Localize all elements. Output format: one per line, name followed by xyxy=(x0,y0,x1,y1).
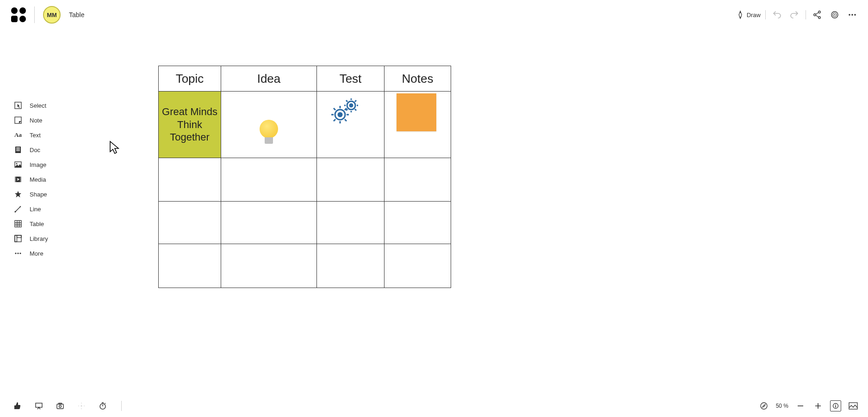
minimap-icon xyxy=(849,402,858,410)
sticky-note[interactable] xyxy=(397,93,436,131)
share-icon xyxy=(812,10,822,19)
svg-point-7 xyxy=(851,14,853,16)
undo-button[interactable] xyxy=(770,8,783,21)
zoom-out-button[interactable] xyxy=(795,400,806,411)
user-avatar[interactable]: MM xyxy=(43,6,61,24)
table-cell-test[interactable] xyxy=(317,92,384,158)
table-cell-notes[interactable] xyxy=(384,92,451,158)
svg-point-39 xyxy=(81,403,82,404)
divider xyxy=(806,10,806,19)
topic-text[interactable]: Great Minds Think Together xyxy=(159,105,221,144)
table-cell[interactable] xyxy=(317,244,384,288)
topbar: MM Table Draw xyxy=(0,0,868,30)
table-cell[interactable] xyxy=(159,158,221,202)
bottombar-right: 50 % xyxy=(758,400,859,411)
table-cell[interactable] xyxy=(159,244,221,288)
focus-mode-button[interactable] xyxy=(76,400,87,411)
canvas[interactable]: Topic Idea Test Notes Great Minds Think … xyxy=(0,30,868,399)
history-button[interactable] xyxy=(828,8,841,21)
table-row[interactable] xyxy=(159,244,451,288)
timer-button[interactable] xyxy=(97,400,108,411)
table-cell-idea[interactable] xyxy=(221,92,317,158)
bottombar-left xyxy=(12,400,122,411)
navigator-button[interactable] xyxy=(758,400,769,411)
table-header-cell[interactable]: Test xyxy=(317,66,384,92)
divider xyxy=(34,6,35,23)
present-button[interactable] xyxy=(33,400,44,411)
svg-point-42 xyxy=(761,403,767,409)
table-header-row[interactable]: Topic Idea Test Notes xyxy=(159,66,451,92)
table-cell[interactable] xyxy=(221,244,317,288)
topbar-left: MM Table xyxy=(0,6,84,24)
table-cell[interactable] xyxy=(317,158,384,202)
table-header-cell[interactable]: Idea xyxy=(221,66,317,92)
svg-point-31 xyxy=(350,104,353,107)
svg-point-2 xyxy=(818,17,820,18)
table-row[interactable] xyxy=(159,158,451,202)
minimap-button[interactable] xyxy=(848,400,859,411)
topbar-right: Draw xyxy=(737,0,859,30)
history-clock-icon xyxy=(830,10,839,19)
share-button[interactable] xyxy=(811,8,824,21)
table-cell[interactable] xyxy=(317,202,384,244)
minus-icon xyxy=(797,402,804,410)
draw-toggle[interactable]: Draw xyxy=(737,10,761,19)
canvas-table[interactable]: Topic Idea Test Notes Great Minds Think … xyxy=(158,66,451,288)
divider xyxy=(121,401,122,411)
cursor-icon xyxy=(109,141,120,154)
screenshot-button[interactable] xyxy=(55,400,66,411)
redo-icon xyxy=(790,10,799,19)
draw-label: Draw xyxy=(747,12,761,18)
doc-title[interactable]: Table xyxy=(69,11,84,18)
svg-point-1 xyxy=(818,11,820,13)
svg-point-34 xyxy=(59,405,62,408)
svg-rect-32 xyxy=(36,403,42,407)
thumbs-up-icon xyxy=(13,402,22,410)
svg-rect-33 xyxy=(57,404,63,409)
table-cell[interactable] xyxy=(384,158,451,202)
svg-point-0 xyxy=(814,14,816,16)
table-cell-topic[interactable]: Great Minds Think Together xyxy=(159,92,221,158)
compass-icon xyxy=(760,402,768,410)
divider xyxy=(765,10,766,19)
gears-icon[interactable] xyxy=(330,98,360,125)
svg-point-40 xyxy=(81,408,82,409)
present-icon xyxy=(35,402,43,410)
table-header-cell[interactable]: Notes xyxy=(384,66,451,92)
svg-point-37 xyxy=(78,405,79,406)
svg-point-36 xyxy=(81,405,82,407)
zoom-in-button[interactable] xyxy=(812,400,824,411)
redo-button[interactable] xyxy=(788,8,801,21)
svg-rect-35 xyxy=(59,403,62,405)
info-icon xyxy=(832,403,839,409)
more-dots-icon xyxy=(848,10,857,19)
svg-point-5 xyxy=(834,14,835,15)
table-row[interactable] xyxy=(159,202,451,244)
svg-point-6 xyxy=(849,14,850,16)
more-menu-button[interactable] xyxy=(846,8,859,21)
camera-icon xyxy=(56,402,64,410)
table-cell[interactable] xyxy=(384,244,451,288)
svg-point-29 xyxy=(338,113,342,117)
pen-icon xyxy=(737,10,744,19)
table-cell[interactable] xyxy=(221,202,317,244)
zoom-level[interactable]: 50 % xyxy=(776,403,788,409)
svg-point-8 xyxy=(854,14,856,16)
lightbulb-icon[interactable] xyxy=(259,120,279,147)
focus-icon xyxy=(77,402,86,410)
stopwatch-icon xyxy=(99,402,107,410)
app-logo[interactable] xyxy=(11,7,26,22)
plus-icon xyxy=(814,402,822,410)
info-button[interactable] xyxy=(830,400,841,411)
table-header-cell[interactable]: Topic xyxy=(159,66,221,92)
table-cell[interactable] xyxy=(159,202,221,244)
like-button[interactable] xyxy=(12,400,23,411)
table-cell[interactable] xyxy=(384,202,451,244)
table-cell[interactable] xyxy=(221,158,317,202)
undo-icon xyxy=(772,10,781,19)
table-row[interactable]: Great Minds Think Together xyxy=(159,92,451,158)
svg-point-38 xyxy=(84,405,85,406)
